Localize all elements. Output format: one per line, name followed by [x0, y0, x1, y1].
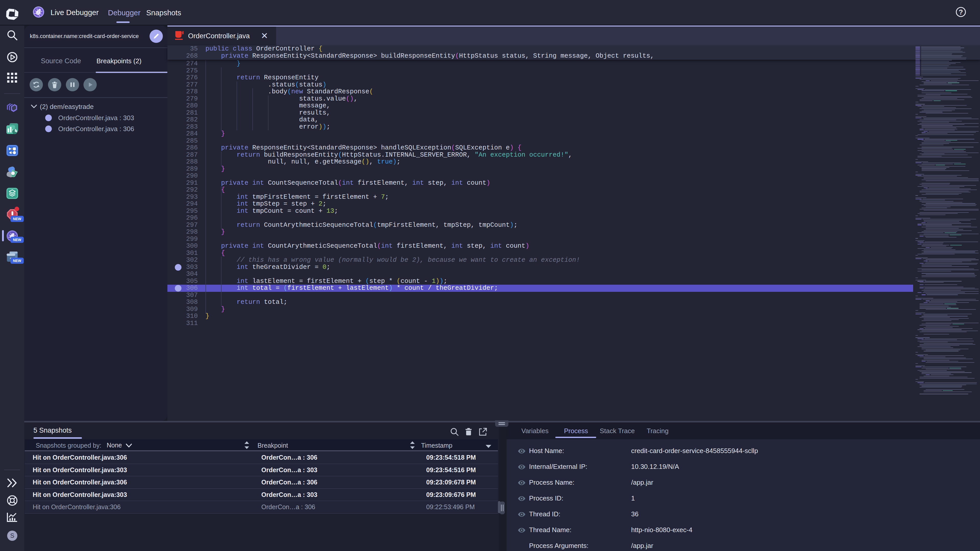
svg-text:?: ?	[959, 8, 963, 16]
